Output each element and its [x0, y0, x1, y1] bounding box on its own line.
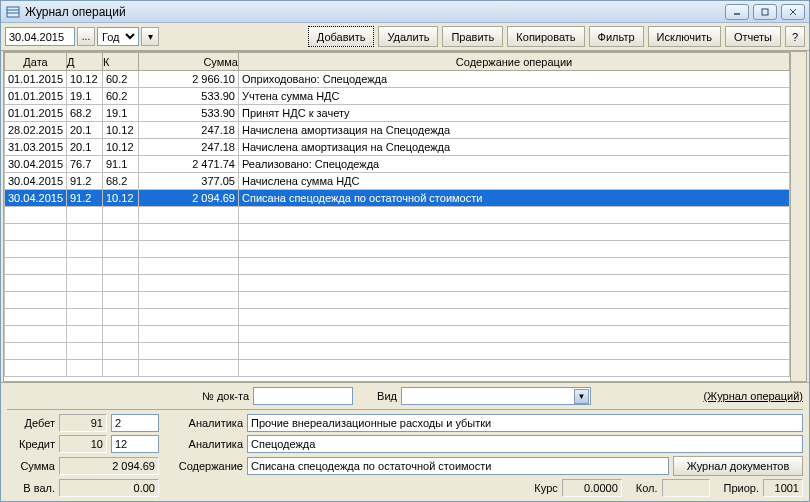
journal-operations-link[interactable]: (Журнал операций) — [703, 390, 803, 402]
table-row[interactable] — [5, 309, 790, 326]
col-desc[interactable]: Содержание операции — [239, 53, 790, 71]
in-currency-field: 0.00 — [59, 479, 159, 497]
content-input[interactable] — [251, 460, 665, 472]
minimize-button[interactable] — [725, 4, 749, 20]
table-row[interactable] — [5, 241, 790, 258]
kind-select[interactable]: ▼ — [401, 387, 591, 405]
reports-button[interactable]: Отчеты — [725, 26, 781, 47]
credit-label: Кредит — [7, 438, 55, 450]
debit-label: Дебет — [7, 417, 55, 429]
prior-label: Приор. — [724, 482, 759, 494]
table-row[interactable]: 30.04.201576.791.12 471.74Реализовано: С… — [5, 156, 790, 173]
table-row[interactable] — [5, 343, 790, 360]
chevron-down-icon[interactable]: ▼ — [574, 389, 589, 404]
credit-acc-field: 10 — [59, 435, 107, 453]
titlebar: Журнал операций — [1, 1, 809, 23]
journal-docs-button[interactable]: Журнал документов — [673, 456, 803, 476]
analytics2-input[interactable] — [251, 438, 799, 450]
in-currency-label: В вал. — [7, 482, 55, 494]
detail-panel: № док-та Вид ▼ (Журнал операций) Дебет 9… — [1, 382, 809, 501]
table-row[interactable] — [5, 326, 790, 343]
window-title: Журнал операций — [25, 5, 725, 19]
close-button[interactable] — [781, 4, 805, 20]
table-row[interactable]: 31.03.201520.110.12247.18Начислена аморт… — [5, 139, 790, 156]
rate-field: 0.0000 — [562, 479, 622, 497]
debit-acc-field: 91 — [59, 414, 107, 432]
toolbar: ... Год ▾ Добавить Удалить Править Копир… — [1, 23, 809, 51]
sum-label: Сумма — [7, 460, 55, 472]
analytics2-label: Аналитика — [163, 438, 243, 450]
table-row[interactable]: 01.01.201568.219.1533.90Принят НДС к зач… — [5, 105, 790, 122]
col-credit[interactable]: К — [103, 53, 139, 71]
add-button[interactable]: Добавить — [308, 26, 375, 47]
copy-button[interactable]: Копировать — [507, 26, 584, 47]
prior-field: 1001 — [763, 479, 803, 497]
table-row[interactable]: 01.01.201510.1260.22 966.10Оприходовано:… — [5, 71, 790, 88]
date-picker-button[interactable]: ... — [77, 27, 95, 46]
maximize-button[interactable] — [753, 4, 777, 20]
table-row[interactable] — [5, 292, 790, 309]
table-row[interactable] — [5, 360, 790, 377]
delete-button[interactable]: Удалить — [378, 26, 438, 47]
vertical-scrollbar[interactable] — [790, 52, 806, 381]
app-window: Журнал операций ... Год ▾ Добавить Удали… — [0, 0, 810, 502]
table-row[interactable] — [5, 275, 790, 292]
rate-label: Курс — [534, 482, 557, 494]
credit-sub-input[interactable] — [115, 438, 155, 450]
col-sum[interactable]: Сумма — [139, 53, 239, 71]
qty-field — [662, 479, 710, 497]
qty-label: Кол. — [636, 482, 658, 494]
col-date[interactable]: Дата — [5, 53, 67, 71]
date-input[interactable] — [5, 27, 75, 46]
debit-sub-input[interactable] — [115, 417, 155, 429]
app-icon — [5, 4, 21, 20]
edit-button[interactable]: Править — [442, 26, 503, 47]
doc-no-label: № док-та — [169, 390, 249, 402]
help-button[interactable]: ? — [785, 26, 805, 47]
operations-table[interactable]: Дата Д К Сумма Содержание операции 01.01… — [4, 52, 790, 377]
table-row[interactable] — [5, 207, 790, 224]
table-row[interactable] — [5, 224, 790, 241]
period-select[interactable]: Год — [97, 27, 139, 46]
col-debit[interactable]: Д — [67, 53, 103, 71]
svg-rect-4 — [762, 9, 768, 15]
table-row[interactable] — [5, 258, 790, 275]
doc-no-input[interactable] — [257, 390, 349, 402]
analytics1-label: Аналитика — [163, 417, 243, 429]
content-label: Содержание — [163, 460, 243, 472]
operations-grid: Дата Д К Сумма Содержание операции 01.01… — [3, 51, 807, 382]
period-dropdown-extra[interactable]: ▾ — [141, 27, 159, 46]
table-row[interactable]: 30.04.201591.268.2377.05Начислена сумма … — [5, 173, 790, 190]
sum-field: 2 094.69 — [59, 457, 159, 475]
filter-button[interactable]: Фильтр — [589, 26, 644, 47]
exclude-button[interactable]: Исключить — [648, 26, 721, 47]
analytics1-input[interactable] — [251, 417, 799, 429]
table-row[interactable]: 01.01.201519.160.2533.90Учтена сумма НДС — [5, 88, 790, 105]
table-row[interactable]: 28.02.201520.110.12247.18Начислена аморт… — [5, 122, 790, 139]
kind-label: Вид — [357, 390, 397, 402]
svg-rect-0 — [7, 7, 19, 17]
table-row[interactable]: 30.04.201591.210.122 094.69Списана спецо… — [5, 190, 790, 207]
